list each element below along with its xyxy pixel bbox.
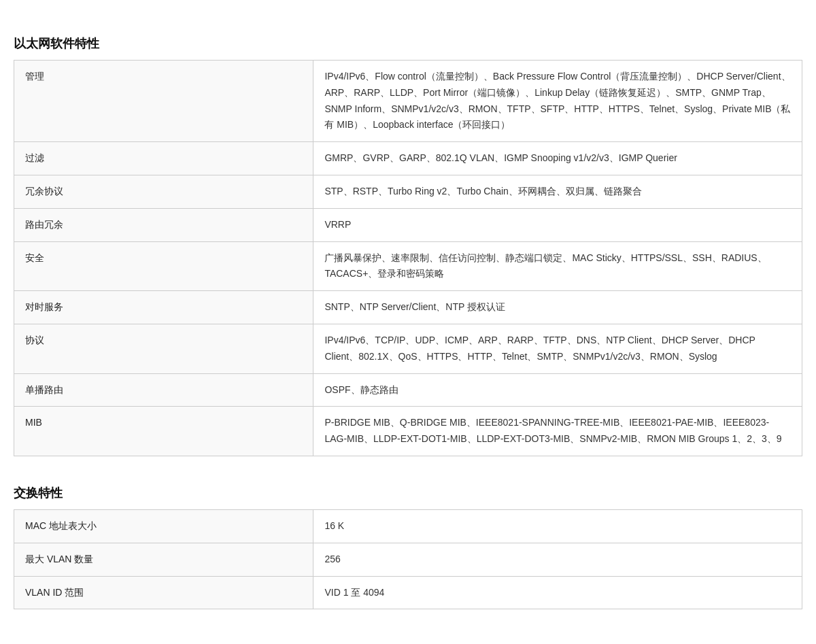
row-value: VRRP xyxy=(313,208,802,241)
row-value: IPv4/IPv6、TCP/IP、UDP、ICMP、ARP、RARP、TFTP、… xyxy=(313,324,802,373)
row-value: STP、RSTP、Turbo Ring v2、Turbo Chain、环网耦合、… xyxy=(313,175,802,208)
table-row: VLAN ID 范围VID 1 至 4094 xyxy=(14,576,802,609)
row-value: VID 1 至 4094 xyxy=(313,576,802,609)
row-label: 安全 xyxy=(14,241,313,291)
row-label: 对时服务 xyxy=(14,291,313,324)
table-row: 单播路由OSPF、静态路由 xyxy=(14,373,802,407)
row-value: 16 K xyxy=(313,509,802,543)
table-row: 过滤GMRP、GVRP、GARP、802.1Q VLAN、IGMP Snoopi… xyxy=(14,142,802,175)
ethernet-software-table: 管理IPv4/IPv6、Flow control（流量控制）、Back Pres… xyxy=(14,60,802,456)
row-label: 协议 xyxy=(14,324,313,373)
table-row: 最大 VLAN 数量256 xyxy=(14,543,802,576)
row-value: OSPF、静态路由 xyxy=(313,373,802,407)
table-row: MAC 地址表大小16 K xyxy=(14,509,802,543)
table-row: 协议IPv4/IPv6、TCP/IP、UDP、ICMP、ARP、RARP、TFT… xyxy=(14,324,802,373)
row-label: 冗余协议 xyxy=(14,175,313,208)
row-label: 管理 xyxy=(14,61,313,142)
row-label: 单播路由 xyxy=(14,373,313,407)
table-row: 对时服务SNTP、NTP Server/Client、NTP 授权认证 xyxy=(14,291,802,324)
row-value: IPv4/IPv6、Flow control（流量控制）、Back Pressu… xyxy=(313,61,802,142)
table-row: 安全广播风暴保护、速率限制、信任访问控制、静态端口锁定、MAC Sticky、H… xyxy=(14,241,802,291)
row-value: GMRP、GVRP、GARP、802.1Q VLAN、IGMP Snooping… xyxy=(313,142,802,175)
switching-title: 交换特性 xyxy=(14,477,802,509)
ethernet-software-title: 以太网软件特性 xyxy=(14,27,802,60)
table-row: 路由冗余VRRP xyxy=(14,208,802,241)
row-value: 广播风暴保护、速率限制、信任访问控制、静态端口锁定、MAC Sticky、HTT… xyxy=(313,241,802,291)
table-row: MIBP-BRIDGE MIB、Q-BRIDGE MIB、IEEE8021-SP… xyxy=(14,407,802,456)
row-value: SNTP、NTP Server/Client、NTP 授权认证 xyxy=(313,291,802,324)
row-value: 256 xyxy=(313,543,802,576)
table-row: 管理IPv4/IPv6、Flow control（流量控制）、Back Pres… xyxy=(14,61,802,142)
row-label: MAC 地址表大小 xyxy=(14,509,313,543)
row-label: MIB xyxy=(14,407,313,456)
row-label: 路由冗余 xyxy=(14,208,313,241)
row-label: 过滤 xyxy=(14,142,313,175)
switching-table: MAC 地址表大小16 K最大 VLAN 数量256VLAN ID 范围VID … xyxy=(14,509,802,609)
row-label: VLAN ID 范围 xyxy=(14,576,313,609)
row-label: 最大 VLAN 数量 xyxy=(14,543,313,576)
row-value: P-BRIDGE MIB、Q-BRIDGE MIB、IEEE8021-SPANN… xyxy=(313,407,802,456)
table-row: 冗余协议STP、RSTP、Turbo Ring v2、Turbo Chain、环… xyxy=(14,175,802,208)
